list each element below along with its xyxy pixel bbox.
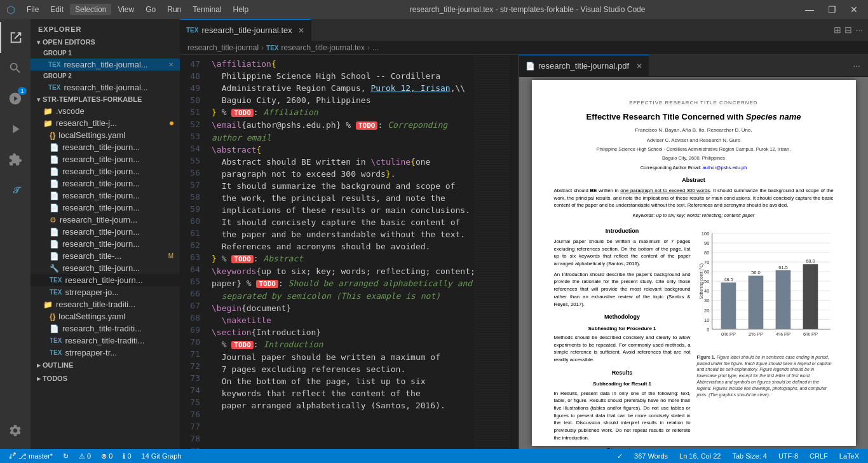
pdf-intro-body: Journal paper should be written a maximu… (554, 238, 691, 268)
research-file-6[interactable]: 📄 research_title-journ... (31, 202, 180, 214)
strrepaper-tr[interactable]: TEX strrepaper-tr... (31, 347, 180, 359)
branch-name: ⎇ master* (18, 452, 53, 460)
research-settings[interactable]: ⚙ research_title-journ... (31, 214, 180, 226)
research-pdf-name: research_title-... (62, 251, 168, 261)
tab-tex[interactable]: TEX research_title-journal.tex ✕ (180, 19, 311, 41)
close-button[interactable]: ✕ (846, 3, 862, 16)
local-settings-1[interactable]: {} localSettings.yaml (31, 129, 180, 141)
research-file-7-name: research_title-journ... (62, 227, 173, 237)
menu-selection[interactable]: Selection (70, 4, 111, 15)
research-file-1[interactable]: 📄 research_title-journ... (31, 141, 180, 153)
activity-tex[interactable]: 𝒯 (0, 175, 31, 205)
code-text[interactable]: \affiliation{ Philippine Science High Sc… (205, 55, 475, 449)
editor-area: TEX research_title-journal.tex ✕ ⊞ ⊟ ···… (180, 19, 868, 449)
info-count[interactable]: ℹ 0 (120, 452, 133, 460)
research-magic[interactable]: 🔧 research_title-journ... (31, 262, 180, 274)
pdf-email-link[interactable]: author@pshs.edu.ph (703, 165, 747, 170)
minimize-button[interactable]: — (801, 3, 818, 16)
research-file-7[interactable]: 📄 research_title-journ... (31, 226, 180, 238)
modified-dot (170, 121, 173, 125)
warnings-count[interactable]: ⚠ 0 (76, 452, 93, 460)
activity-explorer[interactable] (0, 22, 31, 53)
pdf-tab-close[interactable]: ✕ (636, 62, 642, 71)
pdf-more-icon[interactable]: ··· (850, 59, 863, 72)
activity-search[interactable] (0, 53, 31, 83)
file-icon: 📄 (50, 191, 59, 200)
menu-run[interactable]: Run (162, 4, 186, 15)
sidebar-title: EXPLORER (31, 19, 180, 36)
breadcrumb-folder[interactable]: research_title-journal (187, 43, 259, 52)
menu-edit[interactable]: Edit (45, 4, 69, 15)
research-file-4[interactable]: 📄 research_title-journ... (31, 177, 180, 190)
breadcrumb-filename[interactable]: research_title-journal.tex (281, 43, 365, 52)
open-editors-section: ▾ OPEN EDITORS GROUP 1 TEX research_titl… (31, 36, 180, 93)
toggle-panel-icon[interactable]: ⊞ (834, 25, 841, 35)
statusbar-right: ✓ 367 Words Ln 16, Col 22 Tab Size: 4 UT… (614, 452, 862, 460)
activity-settings[interactable] (0, 415, 31, 446)
activity-run[interactable] (0, 114, 31, 144)
language-mode[interactable]: LaTeX (837, 452, 862, 460)
open-editors-header[interactable]: ▾ OPEN EDITORS (31, 36, 180, 48)
research-file-5[interactable]: 📄 research_title-journ... (31, 190, 180, 202)
activity-source-control[interactable]: 1 (0, 83, 31, 114)
menu-help[interactable]: Help (228, 4, 254, 15)
menu-file[interactable]: File (22, 4, 44, 15)
pdf-col-right: 100 90 80 70 60 50 40 30 20 (697, 222, 834, 449)
file-icon: 📄 (50, 228, 59, 237)
research-pdf[interactable]: 📄 research_title-... M (31, 250, 180, 262)
close-editor-icon[interactable]: ✕ (168, 61, 173, 68)
research-tex-active[interactable]: TEX research_title-journ... (31, 274, 180, 286)
more-actions-icon[interactable]: ··· (855, 25, 863, 35)
code-editor[interactable]: 4748495051 5253545556 5758596061 6263646… (180, 55, 519, 449)
editor-content: 4748495051 5253545556 5758596061 6263646… (180, 55, 868, 449)
pdf-abstract-title: Abstract (554, 176, 834, 184)
str-templates-header[interactable]: ▾ STR-TEMPLATES-FORKABLE (31, 93, 180, 105)
open-editor-tex[interactable]: TEX research_title-journal... ✕ (31, 59, 180, 71)
git-graph-link[interactable]: 14 Git Graph (139, 452, 184, 460)
research-folder[interactable]: 📁 research_title-j... (31, 117, 180, 129)
word-count[interactable]: 367 Words (632, 452, 670, 460)
research-file-3[interactable]: 📄 research_title-journ... (31, 165, 180, 177)
menu-view[interactable]: View (112, 4, 139, 15)
line-ending[interactable]: CRLF (807, 452, 831, 460)
vscode-folder[interactable]: 📁 .vscode (31, 105, 180, 117)
traditi-pdf[interactable]: 📄 research_title-traditi... (31, 322, 180, 335)
tex-file-icon: TEX (50, 277, 62, 284)
breadcrumb-file[interactable]: TEX (266, 45, 278, 52)
pdf-content[interactable]: EFFECTIVE RESEARCH TITLE CONCERNED Effec… (519, 77, 868, 449)
tab-tex-close[interactable]: ✕ (298, 26, 304, 35)
breadcrumb-more[interactable]: ... (372, 43, 379, 52)
research-traditi-folder[interactable]: 📁 research_title-traditi... (31, 298, 180, 310)
open-editor-pdf[interactable]: TEX research_title-journal... (31, 81, 180, 93)
outline-header[interactable]: ▸ OUTLINE (31, 359, 180, 372)
svg-text:70: 70 (703, 260, 709, 266)
tex-icon: TEX (50, 337, 62, 344)
research-file-2[interactable]: 📄 research_title-journ... (31, 153, 180, 165)
menu-terminal[interactable]: Terminal (187, 4, 226, 15)
maximize-button[interactable]: ❐ (824, 3, 840, 16)
todos-header[interactable]: ▸ TODOS (31, 372, 180, 385)
scrollbar[interactable] (510, 55, 519, 449)
tab-size[interactable]: Tab Size: 4 (729, 452, 769, 460)
pdf-results-title: Results (554, 369, 691, 377)
split-editor-icon[interactable]: ⊟ (844, 25, 852, 35)
local-settings-2[interactable]: {} localSettings.yaml (31, 310, 180, 322)
pdf-tab[interactable]: 📄 research_title-journal.pdf ✕ (519, 55, 649, 76)
pdf-subheading1: Subheading for Procedure 1 (554, 325, 691, 332)
svg-text:61.5: 61.5 (778, 265, 788, 270)
research-file-8[interactable]: 📄 research_title-journ... (31, 238, 180, 250)
activity-extensions[interactable] (0, 144, 31, 175)
checkmark-icon[interactable]: ✓ (614, 452, 625, 460)
encoding[interactable]: UTF-8 (776, 452, 801, 460)
errors-count[interactable]: ⊗ 0 (98, 452, 115, 460)
pdf-subheading2: Subheading for Result 1 (554, 380, 691, 387)
sync-icon[interactable]: ↻ (60, 452, 71, 460)
pdf-tab-bar: 📄 research_title-journal.pdf ✕ ··· (519, 55, 868, 77)
traditi-tex[interactable]: TEX research_title-traditi... (31, 335, 180, 347)
traditi-tex-name: research_title-traditi... (65, 336, 173, 345)
ln-col[interactable]: Ln 16, Col 22 (677, 452, 723, 460)
git-branch[interactable]: ⎇ master* (6, 452, 55, 460)
research-magic-name: research_title-journ... (62, 263, 173, 273)
menu-go[interactable]: Go (140, 4, 161, 15)
strrepaper-file[interactable]: TEX strrepaper-jo... (31, 286, 180, 298)
